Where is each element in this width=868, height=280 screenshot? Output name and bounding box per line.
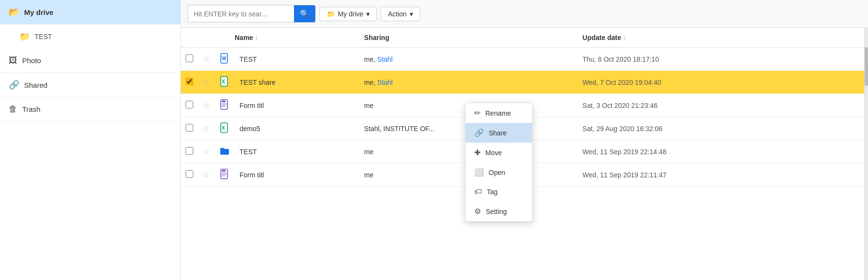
file-name: TEST — [235, 140, 360, 163]
file-name: TEST share — [235, 71, 360, 94]
move-icon: ✚ — [474, 148, 481, 157]
trash-icon: 🗑 — [9, 104, 17, 114]
update-date: Sat, 29 Aug 2020 16:32:06 — [578, 117, 868, 140]
row-checkbox[interactable] — [186, 147, 193, 155]
row-checkbox[interactable] — [186, 78, 193, 85]
photo-icon: 🖼 — [9, 55, 17, 66]
star-icon[interactable]: ☆ — [203, 55, 210, 63]
svg-text:X: X — [222, 125, 225, 131]
table-row[interactable]: ☆WTESTme, StahlThu, 8 Oct 2020 18:17:10 — [181, 48, 868, 71]
star-icon[interactable]: ☆ — [203, 171, 210, 179]
sidebar-item-label: Shared — [24, 81, 47, 89]
sidebar: 📂 My drive 📁 TEST 🖼 Photo 🔗 Shared 🗑 Tra… — [0, 0, 181, 280]
action-label: Action — [388, 10, 407, 18]
col-name: Name ↕ — [235, 28, 360, 48]
rename-icon: ✏ — [474, 108, 481, 118]
breadcrumb-folder-icon: 📁 — [327, 10, 335, 18]
file-icon — [219, 150, 230, 158]
sidebar-item-photo[interactable]: 🖼 Photo — [0, 49, 180, 73]
context-menu-label: Tag — [487, 188, 498, 196]
file-name: Form titl — [235, 163, 360, 187]
file-name: Form titl — [235, 94, 360, 117]
sharing-link[interactable]: Stahl — [377, 79, 393, 86]
row-checkbox[interactable] — [186, 124, 193, 132]
file-icon — [219, 104, 230, 111]
svg-text:X: X — [222, 79, 225, 84]
folder-icon: 📁 — [19, 31, 30, 42]
row-checkbox[interactable] — [186, 170, 193, 178]
sharing-info: me, Stahl — [360, 71, 578, 94]
update-date: Thu, 8 Oct 2020 18:17:10 — [578, 48, 868, 71]
breadcrumb-label: My drive — [338, 10, 363, 18]
context-menu-move[interactable]: ✚Move — [466, 143, 532, 162]
sidebar-item-test[interactable]: 📁 TEST — [0, 25, 180, 49]
context-menu-label: Open — [489, 169, 505, 176]
file-name: TEST — [235, 48, 360, 71]
col-sharing: Sharing — [360, 28, 578, 48]
context-menu-rename[interactable]: ✏Rename — [466, 103, 532, 123]
sidebar-item-trash[interactable]: 🗑 Trash — [0, 97, 180, 121]
action-chevron-icon: ▾ — [410, 10, 413, 18]
context-menu: ✏Rename🔗Share✚Move⬜Open🏷Tag⚙Setting — [465, 103, 533, 222]
scrollbar-thumb[interactable] — [865, 47, 868, 86]
update-date: Wed, 11 Sep 2019 22:14:48 — [578, 140, 868, 163]
share-icon: 🔗 — [474, 128, 484, 137]
context-menu-open[interactable]: ⬜Open — [466, 162, 532, 182]
sidebar-item-label: Photo — [22, 56, 41, 65]
sidebar-item-label: My drive — [24, 8, 53, 16]
svg-rect-12 — [222, 170, 226, 172]
svg-text:W: W — [222, 56, 227, 61]
sharing-info: me, Stahl — [360, 48, 578, 71]
chevron-down-icon: ▾ — [366, 10, 370, 18]
share-icon: 🔗 — [9, 80, 19, 90]
toolbar: 🔍 📁 My drive ▾ Action ▾ — [181, 0, 868, 28]
search-button[interactable]: 🔍 — [294, 5, 315, 22]
table-row[interactable]: ☆XTEST shareme, StahlWed, 7 Oct 2020 19:… — [181, 71, 868, 94]
context-menu-label: Share — [489, 129, 507, 137]
svg-rect-5 — [222, 101, 226, 102]
file-icon — [219, 173, 230, 181]
sharing-link[interactable]: Stahl — [377, 55, 393, 63]
file-icon: W — [219, 57, 230, 65]
star-icon[interactable]: ☆ — [203, 147, 210, 156]
context-menu-label: Move — [485, 149, 502, 157]
context-menu-tag[interactable]: 🏷Tag — [466, 182, 532, 201]
sidebar-item-label: Trash — [22, 105, 40, 113]
context-menu-setting[interactable]: ⚙Setting — [466, 201, 532, 221]
folder-open-icon: 📂 — [9, 7, 19, 17]
row-checkbox[interactable] — [186, 54, 193, 62]
open-icon: ⬜ — [474, 168, 484, 177]
search-input[interactable] — [188, 7, 294, 21]
search-icon: 🔍 — [300, 10, 309, 18]
file-icon: X — [219, 127, 230, 134]
sidebar-item-shared[interactable]: 🔗 Shared — [0, 73, 180, 97]
update-date: Wed, 11 Sep 2019 22:11:47 — [578, 163, 868, 187]
star-icon[interactable]: ☆ — [203, 78, 210, 86]
sidebar-item-label: TEST — [35, 33, 52, 40]
col-date: Update date ↕ — [578, 28, 868, 48]
sidebar-item-my-drive[interactable]: 📂 My drive — [0, 0, 180, 25]
context-menu-label: Rename — [485, 109, 511, 117]
file-table: Name ↕ Sharing Update date ↕ ☆WTESTme, S… — [181, 28, 868, 280]
row-checkbox[interactable] — [186, 101, 193, 108]
file-name: demo5 — [235, 117, 360, 140]
scrollbar[interactable] — [864, 28, 868, 280]
setting-icon: ⚙ — [474, 207, 481, 216]
file-icon: X — [219, 80, 230, 88]
context-menu-label: Setting — [486, 208, 507, 215]
search-container: 🔍 — [187, 5, 316, 23]
action-button[interactable]: Action ▾ — [381, 7, 420, 21]
star-icon[interactable]: ☆ — [203, 124, 210, 133]
main-content: 🔍 📁 My drive ▾ Action ▾ Name ↕ — [181, 0, 868, 280]
breadcrumb-button[interactable]: 📁 My drive ▾ — [320, 7, 377, 21]
star-icon[interactable]: ☆ — [203, 101, 210, 109]
update-date: Wed, 7 Oct 2020 19:04:40 — [578, 71, 868, 94]
update-date: Sat, 3 Oct 2020 21:23:46 — [578, 94, 868, 117]
tag-icon: 🏷 — [474, 187, 482, 196]
context-menu-share[interactable]: 🔗Share — [466, 123, 532, 143]
